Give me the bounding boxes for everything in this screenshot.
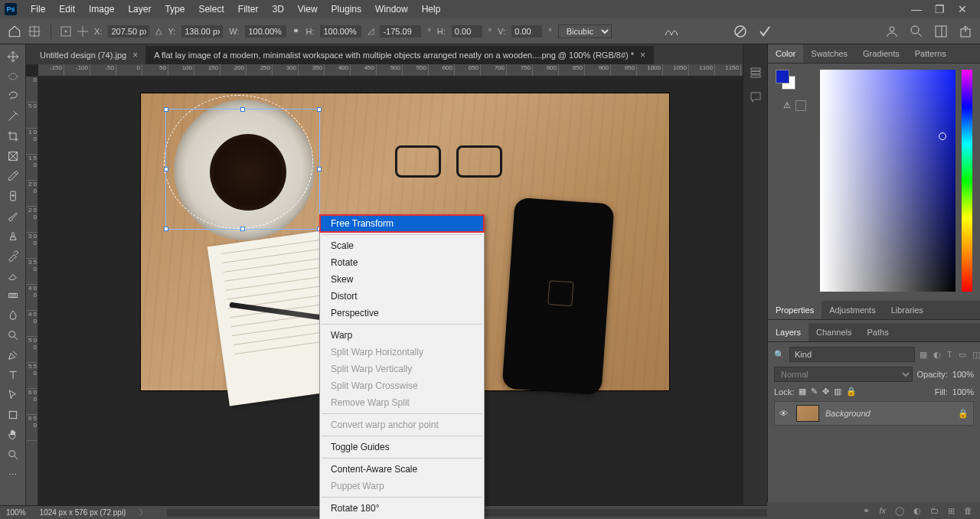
window-minimize-icon[interactable]: — <box>910 3 923 15</box>
pen-tool[interactable] <box>3 346 23 364</box>
tab-properties[interactable]: Properties <box>768 301 822 319</box>
menu-help[interactable]: Help <box>416 2 447 17</box>
tab-channels[interactable]: Channels <box>808 323 859 341</box>
menu-select[interactable]: Select <box>192 2 230 17</box>
history-panel-icon[interactable] <box>749 66 763 80</box>
share-icon[interactable] <box>959 24 972 38</box>
menu-3d[interactable]: 3D <box>266 2 289 17</box>
eraser-tool[interactable] <box>3 266 23 285</box>
search-icon[interactable] <box>910 24 923 38</box>
context-menu-item[interactable]: Distort <box>320 288 484 305</box>
lock-artboard-icon[interactable]: ▥ <box>834 387 841 397</box>
lock-all-icon[interactable]: 🔒 <box>846 387 857 397</box>
x-input[interactable] <box>108 25 149 38</box>
menu-filter[interactable]: Filter <box>232 2 265 17</box>
lock-position-icon[interactable]: ✥ <box>822 387 829 397</box>
magic-wand-tool[interactable] <box>3 107 23 126</box>
menu-plugins[interactable]: Plugins <box>325 2 368 17</box>
warp-mode-icon[interactable] <box>664 24 679 38</box>
foreground-background-swatches[interactable] <box>776 70 795 90</box>
context-menu-item[interactable]: Perspective <box>320 305 484 322</box>
tab-gradients[interactable]: Gradients <box>855 44 907 63</box>
context-menu-item[interactable]: Warp <box>320 327 484 344</box>
menu-window[interactable]: Window <box>369 2 414 17</box>
zoom-tool[interactable] <box>3 446 23 464</box>
h-input[interactable] <box>320 25 361 38</box>
clone-stamp-tool[interactable] <box>3 227 23 245</box>
transform-tool-icon[interactable] <box>28 24 41 38</box>
adjustment-layer-icon[interactable]: ◐ <box>913 506 921 516</box>
blur-tool[interactable] <box>3 306 23 325</box>
tab-patterns[interactable]: Patterns <box>907 44 954 63</box>
fill-value[interactable]: 100% <box>952 387 974 397</box>
hand-tool[interactable] <box>3 426 23 444</box>
comments-panel-icon[interactable] <box>749 90 763 104</box>
menu-edit[interactable]: Edit <box>53 2 81 17</box>
menu-layer[interactable]: Layer <box>122 2 157 17</box>
layer-filter-input[interactable] <box>789 347 915 362</box>
transform-handle[interactable] <box>164 107 168 112</box>
transform-handle[interactable] <box>240 107 245 112</box>
color-field[interactable] <box>820 70 956 292</box>
menu-file[interactable]: File <box>24 2 51 17</box>
layer-fx-icon[interactable]: fx <box>879 506 886 515</box>
filter-adjust-icon[interactable]: ◐ <box>933 350 941 360</box>
delete-layer-icon[interactable]: 🗑 <box>964 506 972 515</box>
tab-swatches[interactable]: Swatches <box>803 44 855 63</box>
blend-mode-select[interactable]: Normal <box>774 367 913 382</box>
brush-tool[interactable] <box>3 207 23 225</box>
filter-pixel-icon[interactable]: ▦ <box>920 350 927 360</box>
tab-color[interactable]: Color <box>768 44 803 63</box>
interpolation-select[interactable]: Bicubic <box>558 24 612 38</box>
close-icon[interactable]: × <box>640 50 645 60</box>
gradient-tool[interactable] <box>3 286 23 305</box>
transform-handle[interactable] <box>164 227 168 231</box>
context-menu-item[interactable]: Rotate <box>320 254 484 271</box>
dodge-tool[interactable] <box>3 326 23 344</box>
document-dimensions[interactable]: 1024 px x 576 px (72 ppi) <box>40 508 126 517</box>
layer-name[interactable]: Background <box>825 409 871 418</box>
menu-type[interactable]: Type <box>158 2 191 17</box>
close-icon[interactable]: × <box>132 50 138 60</box>
tab-adjustments[interactable]: Adjustments <box>822 301 884 319</box>
angle-input[interactable] <box>380 25 421 38</box>
window-maximize-icon[interactable]: ❐ <box>933 3 946 15</box>
lock-icon[interactable]: 🔒 <box>958 409 969 419</box>
visibility-icon[interactable]: 👁 <box>779 409 790 418</box>
transform-handle[interactable] <box>317 107 322 112</box>
path-selection-tool[interactable] <box>3 386 23 404</box>
tab-paths[interactable]: Paths <box>860 323 897 341</box>
workspace-icon[interactable] <box>934 24 948 38</box>
reference-point-icon[interactable] <box>60 26 71 37</box>
lock-brush-icon[interactable]: ✎ <box>811 387 818 397</box>
history-brush-tool[interactable] <box>3 246 23 265</box>
cancel-transform-icon[interactable] <box>733 24 747 38</box>
document-tab-1[interactable]: Untitled design (74).jpg× <box>32 46 146 64</box>
context-menu-item[interactable]: Toggle Guides <box>320 439 484 455</box>
tab-libraries[interactable]: Libraries <box>884 301 931 319</box>
filter-shape-icon[interactable]: ▭ <box>959 350 966 360</box>
link-icon[interactable]: ⚭ <box>292 26 299 36</box>
transform-handle[interactable] <box>164 167 168 171</box>
hue-slider[interactable] <box>962 70 972 292</box>
group-icon[interactable]: 🗀 <box>930 506 939 515</box>
y-input[interactable] <box>181 25 223 38</box>
window-close-icon[interactable]: ✕ <box>956 3 969 15</box>
layer-thumbnail[interactable] <box>796 405 819 422</box>
more-tools[interactable]: ⋯ <box>3 465 23 484</box>
crop-tool[interactable] <box>3 127 23 145</box>
w-input[interactable] <box>245 25 286 38</box>
home-icon[interactable] <box>8 24 21 38</box>
gamut-warning-icon[interactable]: ⚠ <box>783 100 791 111</box>
lasso-tool[interactable] <box>3 87 23 106</box>
skew-v-input[interactable] <box>511 25 542 38</box>
zoom-level[interactable]: 100% <box>6 508 26 517</box>
menu-image[interactable]: Image <box>83 2 120 17</box>
transform-bounding-box[interactable] <box>165 109 320 230</box>
commit-transform-icon[interactable] <box>758 24 772 38</box>
healing-brush-tool[interactable] <box>3 187 23 205</box>
transform-handle[interactable] <box>240 227 245 231</box>
context-menu-item[interactable]: Scale <box>320 237 484 254</box>
lock-transparency-icon[interactable]: ▦ <box>799 387 806 397</box>
skew-h-input[interactable] <box>452 25 482 38</box>
